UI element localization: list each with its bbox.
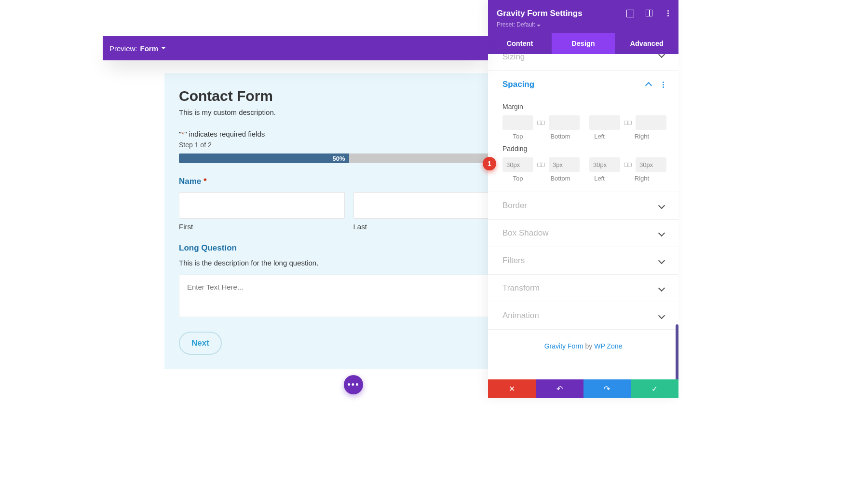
- fullscreen-icon[interactable]: [626, 10, 634, 17]
- panel-header-icons: [626, 10, 672, 17]
- check-button[interactable]: ✓: [631, 379, 678, 398]
- section-box-shadow-header[interactable]: Box Shadow: [488, 220, 678, 247]
- dots-icon: •••: [348, 380, 360, 389]
- link-icon[interactable]: [537, 162, 545, 167]
- preset-selector[interactable]: Preset: Default: [497, 21, 670, 28]
- preview-bar[interactable]: Preview: Form: [103, 36, 488, 60]
- link-icon[interactable]: [624, 162, 632, 167]
- undo-icon: ↶: [556, 384, 563, 393]
- quote-close: " indicates required fields: [184, 130, 265, 138]
- padding-left-input[interactable]: [589, 157, 620, 172]
- floating-action-button[interactable]: •••: [344, 375, 363, 394]
- top-label: Top: [502, 175, 533, 182]
- section-sizing[interactable]: Sizing: [488, 54, 678, 71]
- chevron-down-icon: [658, 230, 665, 237]
- form-description: This is my custom description.: [179, 108, 519, 116]
- right-label: Right: [626, 133, 657, 140]
- bottom-label: Bottom: [545, 175, 576, 182]
- required-fields-note: "*" indicates required fields: [179, 130, 519, 138]
- tab-advanced[interactable]: Advanced: [615, 33, 678, 54]
- name-row: First Last: [179, 192, 519, 231]
- margin-horizontal-pair: [589, 115, 666, 130]
- long-question-block: Long Question This is the description fo…: [179, 243, 519, 319]
- padding-top-input[interactable]: [502, 157, 533, 172]
- more-icon[interactable]: [664, 10, 672, 16]
- margin-inputs: [502, 115, 664, 130]
- close-icon: ✕: [509, 384, 515, 393]
- section-transform: Transform: [488, 275, 678, 302]
- name-field-block: Name * First Last: [179, 177, 519, 231]
- form-container: Contact Form This is my custom descripti…: [164, 73, 519, 369]
- section-border-header[interactable]: Border: [488, 192, 678, 219]
- name-required-star: *: [203, 177, 207, 186]
- top-label: Top: [502, 133, 533, 140]
- progress-fill: 50%: [179, 153, 349, 163]
- margin-bottom-input[interactable]: [549, 115, 580, 130]
- transform-title: Transform: [502, 283, 540, 293]
- margin-left-input[interactable]: [589, 115, 620, 130]
- section-spacing-header[interactable]: Spacing: [488, 71, 678, 98]
- chevron-down-icon: [537, 25, 541, 27]
- first-name-input[interactable]: [179, 192, 345, 219]
- form-title: Contact Form: [179, 88, 519, 104]
- step-indicator: Step 1 of 2: [179, 141, 519, 149]
- section-box-shadow: Box Shadow: [488, 220, 678, 247]
- section-animation: Animation: [488, 302, 678, 330]
- panel-header: Gravity Form Settings Preset: Default: [488, 0, 678, 33]
- chevron-down-icon[interactable]: [161, 47, 166, 49]
- padding-bottom-input[interactable]: [549, 157, 580, 172]
- tab-design[interactable]: Design: [552, 33, 615, 54]
- padding-label: Padding: [502, 145, 664, 153]
- padding-inputs: [502, 157, 664, 172]
- redo-button[interactable]: ↷: [583, 379, 631, 398]
- progress-bar: 50%: [179, 153, 519, 163]
- close-button[interactable]: ✕: [488, 379, 536, 398]
- link-icon[interactable]: [624, 120, 632, 125]
- long-question-description: This is the description for the long que…: [179, 259, 519, 267]
- check-icon: ✓: [651, 384, 658, 393]
- panel-body[interactable]: Sizing Spacing Margin: [488, 54, 678, 379]
- margin-right-input[interactable]: [636, 115, 666, 130]
- scrollbar[interactable]: [676, 324, 678, 379]
- first-name-column: First: [179, 192, 345, 231]
- padding-sublabels: Top Bottom Left Right: [502, 175, 664, 182]
- annotation-badge: 1: [483, 157, 496, 170]
- box-shadow-title: Box Shadow: [502, 228, 548, 238]
- panel-footer: ✕ ↶ ↷ ✓: [488, 379, 678, 398]
- margin-top-input[interactable]: [502, 115, 533, 130]
- more-dots-icon[interactable]: [663, 82, 664, 88]
- attribution-author-link[interactable]: WP Zone: [594, 342, 622, 350]
- name-label-text: Name: [179, 177, 201, 186]
- tabs: Content Design Advanced: [488, 33, 678, 54]
- left-label: Left: [584, 133, 615, 140]
- section-border: Border: [488, 192, 678, 220]
- left-label: Left: [584, 175, 615, 182]
- preset-text: Preset: Default: [497, 21, 535, 28]
- chevron-down-icon: [658, 257, 665, 264]
- long-question-input[interactable]: [179, 275, 519, 317]
- padding-horizontal-pair: [589, 157, 666, 172]
- chevron-down-icon: [658, 54, 665, 58]
- columns-icon[interactable]: [646, 10, 652, 16]
- spacing-header-right: [646, 81, 664, 88]
- name-field-label: Name *: [179, 177, 519, 186]
- link-icon[interactable]: [537, 120, 545, 125]
- settings-panel: Gravity Form Settings Preset: Default Co…: [488, 0, 678, 398]
- chevron-down-icon: [658, 285, 665, 292]
- section-spacing: Spacing Margin: [488, 71, 678, 192]
- section-transform-header[interactable]: Transform: [488, 275, 678, 302]
- attribution-module-link[interactable]: Gravity Form: [544, 342, 583, 350]
- chevron-up-icon: [645, 82, 652, 89]
- border-title: Border: [502, 201, 527, 210]
- preview-label: Preview:: [109, 44, 137, 53]
- filters-title: Filters: [502, 256, 525, 265]
- margin-vertical-pair: [502, 115, 580, 130]
- next-button[interactable]: Next: [179, 332, 222, 355]
- sizing-title: Sizing: [502, 54, 525, 61]
- undo-button[interactable]: ↶: [536, 379, 583, 398]
- padding-right-input[interactable]: [636, 157, 666, 172]
- margin-sublabels: Top Bottom Left Right: [502, 133, 664, 140]
- section-animation-header[interactable]: Animation: [488, 302, 678, 329]
- section-filters-header[interactable]: Filters: [488, 247, 678, 274]
- tab-content[interactable]: Content: [488, 33, 552, 54]
